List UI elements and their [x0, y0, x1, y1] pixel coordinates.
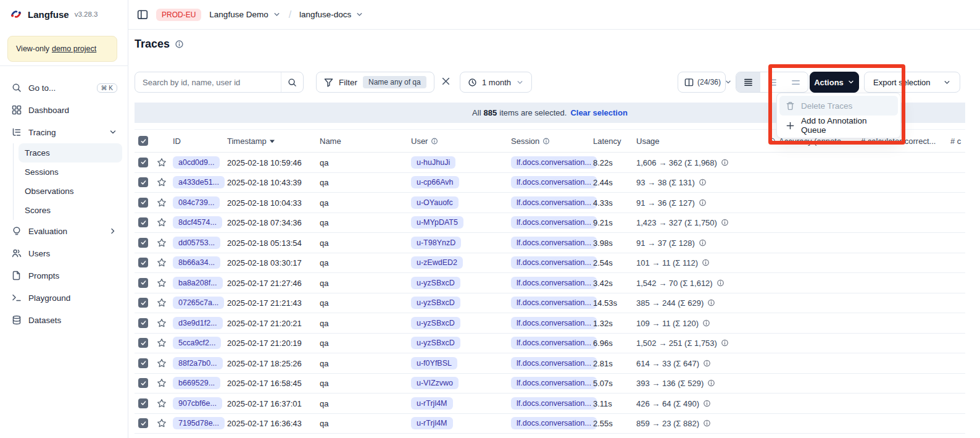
row-height-compact-icon[interactable] [736, 72, 760, 92]
info-icon[interactable] [707, 299, 715, 307]
user-badge[interactable]: u-rTrjl4M [411, 417, 453, 429]
column-header-latency[interactable]: Latency [593, 137, 621, 146]
column-header-timestamp[interactable]: Timestamp [227, 137, 275, 146]
sidebar-item-playground[interactable]: Playground [6, 287, 122, 309]
info-icon[interactable] [699, 238, 707, 246]
sidebar-item-goto[interactable]: Go to... ⌘ K [6, 77, 122, 99]
sidebar-item-users[interactable]: Users [6, 242, 122, 264]
table-row[interactable]: 907cbf6e... 2025-02-17 16:37:01 qa u-rTr… [135, 394, 965, 414]
columns-button[interactable]: (24/36) [678, 72, 726, 93]
session-badge[interactable]: lf.docs.conversation... [511, 196, 597, 209]
trace-id-badge[interactable]: 8dcf4574... [173, 216, 222, 229]
star-icon[interactable] [157, 217, 167, 227]
session-badge[interactable]: lf.docs.conversation... [511, 357, 597, 369]
sidebar-item-evaluation[interactable]: Evaluation [6, 220, 122, 242]
user-badge[interactable]: u-T98YnzD [411, 237, 461, 249]
row-checkbox[interactable] [138, 418, 148, 428]
table-row[interactable]: a0cd0d9... 2025-02-18 10:59:46 qa u-huJh… [135, 153, 965, 173]
session-badge[interactable]: lf.docs.conversation... [511, 277, 597, 289]
session-badge[interactable]: lf.docs.conversation... [511, 417, 597, 429]
session-badge[interactable]: lf.docs.conversation... [511, 256, 597, 269]
column-header-id[interactable]: ID [173, 137, 181, 146]
sidebar-item-scores[interactable]: Scores [19, 201, 122, 220]
session-badge[interactable]: lf.docs.conversation... [511, 156, 597, 169]
column-header-score-extra[interactable]: # c [950, 137, 961, 146]
trace-id-badge[interactable]: 8b66a34... [173, 256, 220, 269]
info-icon[interactable] [702, 319, 710, 327]
trace-id-badge[interactable]: d3e9d1f2... [173, 317, 223, 329]
table-row[interactable]: a433de51... 2025-02-18 10:43:39 qa u-cp6… [135, 173, 965, 193]
user-badge[interactable]: u-rTrjl4M [411, 397, 453, 410]
star-icon[interactable] [157, 418, 167, 428]
session-badge[interactable]: lf.docs.conversation... [511, 237, 597, 249]
sidebar-item-prompts[interactable]: Prompts [6, 264, 122, 287]
info-icon[interactable] [703, 359, 711, 367]
info-icon[interactable] [721, 158, 729, 166]
org-switcher[interactable]: Langfuse Demo [209, 10, 280, 19]
session-badge[interactable]: lf.docs.conversation... [511, 176, 597, 188]
info-icon[interactable] [703, 419, 711, 427]
star-icon[interactable] [157, 198, 167, 208]
trace-id-badge[interactable]: 88f2a7b0... [173, 357, 223, 369]
sidebar-item-traces[interactable]: Traces [19, 143, 122, 162]
user-badge[interactable]: u-cp66Avh [411, 176, 459, 188]
info-icon[interactable] [716, 279, 725, 287]
row-checkbox[interactable] [138, 278, 148, 288]
trace-id-badge[interactable]: 084c739... [173, 196, 220, 209]
row-checkbox[interactable] [138, 238, 148, 248]
project-switcher[interactable]: langfuse-docs [299, 10, 363, 19]
user-badge[interactable]: u-OYauofc [411, 196, 459, 209]
trace-id-badge[interactable]: 907cbf6e... [173, 397, 222, 410]
table-row[interactable]: 8dcf4574... 2025-02-18 07:34:36 qa u-MYp… [135, 213, 965, 234]
panel-left-icon[interactable] [137, 9, 148, 20]
sidebar-item-datasets[interactable]: Datasets [6, 309, 122, 331]
table-row[interactable]: 07265c7a... 2025-02-17 21:21:43 qa u-yzS… [135, 293, 965, 314]
star-icon[interactable] [157, 358, 167, 368]
session-badge[interactable]: lf.docs.conversation... [511, 317, 597, 329]
trace-id-badge[interactable]: 07265c7a... [173, 297, 224, 309]
table-row[interactable]: 8b66a34... 2025-02-18 03:30:17 qa u-zEwd… [135, 253, 965, 274]
star-icon[interactable] [157, 258, 167, 267]
user-badge[interactable]: u-f0YfBSL [411, 357, 457, 369]
row-checkbox[interactable] [138, 398, 148, 408]
star-icon[interactable] [157, 378, 167, 388]
sidebar-item-tracing[interactable]: Tracing [6, 121, 122, 143]
table-row[interactable]: d3e9d1f2... 2025-02-17 21:20:21 qa u-yzS… [135, 313, 965, 334]
info-icon[interactable] [721, 339, 729, 347]
row-checkbox[interactable] [138, 158, 148, 167]
session-badge[interactable]: lf.docs.conversation... [511, 297, 597, 309]
demo-project-link[interactable]: demo project [52, 44, 96, 53]
star-icon[interactable] [157, 298, 167, 308]
column-header-session[interactable]: Session [511, 137, 550, 146]
session-badge[interactable]: lf.docs.conversation... [511, 216, 597, 229]
row-checkbox[interactable] [138, 298, 148, 308]
menu-item-delete-traces[interactable]: Delete Traces [779, 96, 898, 116]
user-badge[interactable]: u-zEwdED2 [411, 256, 463, 269]
table-row[interactable]: 5cca9cf2... 2025-02-17 21:20:19 qa u-yzS… [135, 334, 965, 354]
info-icon[interactable] [175, 40, 184, 49]
session-badge[interactable]: lf.docs.conversation... [511, 397, 597, 410]
row-height-medium-icon[interactable] [760, 72, 784, 92]
row-checkbox[interactable] [138, 358, 148, 368]
sidebar-item-observations[interactable]: Observations [19, 182, 122, 201]
table-row[interactable]: dd05753... 2025-02-18 05:13:54 qa u-T98Y… [135, 233, 965, 253]
time-range-button[interactable]: 1 month [460, 72, 532, 93]
clear-filter-icon[interactable] [441, 76, 451, 86]
star-icon[interactable] [157, 338, 167, 348]
user-badge[interactable]: u-huJhuJi [411, 156, 455, 169]
row-checkbox[interactable] [138, 338, 148, 348]
search-icon[interactable] [281, 72, 303, 92]
trace-id-badge[interactable]: a0cd0d9... [173, 156, 220, 169]
row-checkbox[interactable] [138, 198, 148, 208]
trace-id-badge[interactable]: dd05753... [173, 237, 220, 249]
star-icon[interactable] [157, 238, 167, 248]
info-icon[interactable] [707, 379, 715, 387]
user-badge[interactable]: u-MYpDAT5 [411, 216, 463, 229]
user-badge[interactable]: u-yzSBxcD [411, 297, 460, 309]
export-selection-button[interactable]: Export selection [864, 72, 960, 93]
filter-button[interactable]: Filter Name any of qa [316, 72, 434, 93]
star-icon[interactable] [157, 278, 167, 288]
row-checkbox[interactable] [138, 318, 148, 328]
search-input[interactable] [135, 78, 281, 87]
table-row[interactable]: 7195d78e... 2025-02-17 16:36:43 qa u-rTr… [135, 414, 965, 434]
